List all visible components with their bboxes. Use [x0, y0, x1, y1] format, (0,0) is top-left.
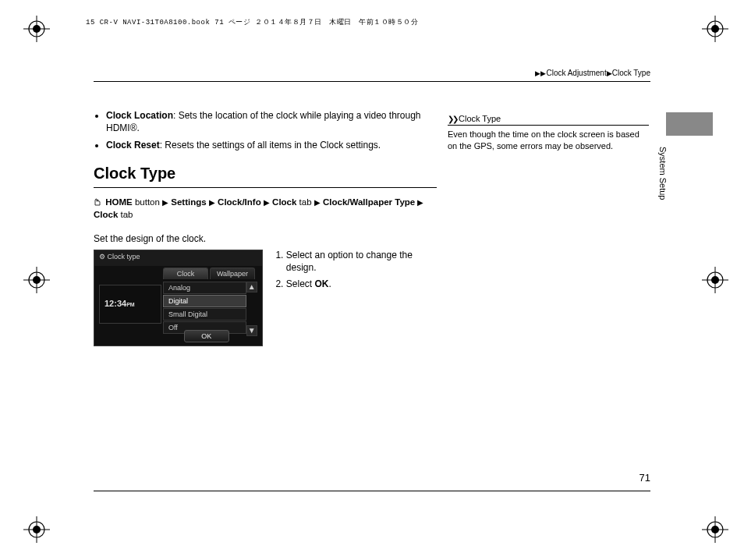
triangle-icon: ▶ — [417, 197, 423, 209]
registration-mark-icon — [23, 267, 50, 293]
hand-icon — [94, 197, 101, 204]
breadcrumb-item: Clock Adjustment — [546, 69, 606, 77]
note-title: Clock Type — [459, 114, 501, 123]
triangle-icon: ▶ — [264, 197, 270, 209]
registration-mark-icon — [23, 516, 50, 543]
chevron-icon: ❯❯ — [448, 115, 457, 123]
triangle-icon: ▶ — [209, 197, 215, 209]
registration-mark-icon — [702, 16, 728, 42]
section-label: System Setup — [658, 147, 668, 200]
clock-preview: 12:34PM — [99, 285, 161, 324]
page-number: 71 — [639, 472, 650, 484]
tab-clock[interactable]: Clock — [163, 268, 208, 279]
term: Clock Reset — [106, 140, 160, 151]
triangle-icon: ▶ — [162, 197, 168, 209]
divider — [94, 187, 437, 188]
triangle-icon: ▶ — [314, 197, 321, 209]
option-analog[interactable]: Analog — [163, 282, 246, 294]
lead-text: Set the design of the clock. — [94, 232, 437, 245]
breadcrumb: ▶▶Clock Adjustment▶Clock Type — [535, 69, 650, 77]
main-content: Clock Location: Sets the location of the… — [94, 109, 437, 346]
definition: : Resets the settings of all items in th… — [160, 140, 381, 151]
list-item: Clock Location: Sets the location of the… — [106, 109, 437, 134]
options-list: Analog Digital Small Digital Off — [163, 282, 246, 335]
navigation-path: HOME button ▶ Settings ▶ Clock/Info ▶ Cl… — [94, 196, 437, 222]
section-tab-marker — [666, 112, 713, 136]
note-body: Even though the time on the clock screen… — [448, 129, 649, 152]
breadcrumb-item: Clock Type — [612, 69, 650, 77]
registration-mark-icon — [702, 516, 728, 543]
source-file-header: 15 CR-V NAVI-31T0A8100.book 71 ページ ２０１４年… — [86, 17, 418, 27]
tab-wallpaper[interactable]: Wallpaper — [210, 268, 255, 279]
registration-mark-icon — [23, 16, 50, 42]
ok-button[interactable]: OK — [184, 330, 229, 342]
screenshot-figure: ⚙ Clock type Clock Wallpaper 12:34PM ▲ A… — [94, 250, 263, 346]
option-digital[interactable]: Digital — [163, 295, 246, 307]
term: Clock Location — [106, 110, 173, 121]
divider — [94, 491, 650, 491]
section-heading: Clock Type — [94, 163, 437, 184]
divider — [94, 81, 650, 82]
side-note: ❯❯Clock Type Even though the time on the… — [448, 114, 649, 152]
screen-title: ⚙ Clock type — [94, 250, 262, 266]
scroll-down-icon[interactable]: ▼ — [246, 325, 257, 336]
registration-mark-icon — [702, 267, 728, 293]
step-item: Select an option to change the design. — [286, 250, 437, 274]
step-item: Select OK. — [286, 278, 437, 291]
triangle-icon: ▶ — [607, 69, 612, 77]
steps: Select an option to change the design. S… — [274, 250, 437, 296]
option-small-digital[interactable]: Small Digital — [163, 308, 246, 321]
scroll-up-icon[interactable]: ▲ — [246, 282, 257, 292]
triangle-icon: ▶ — [535, 69, 540, 77]
list-item: Clock Reset: Resets the settings of all … — [106, 139, 437, 151]
